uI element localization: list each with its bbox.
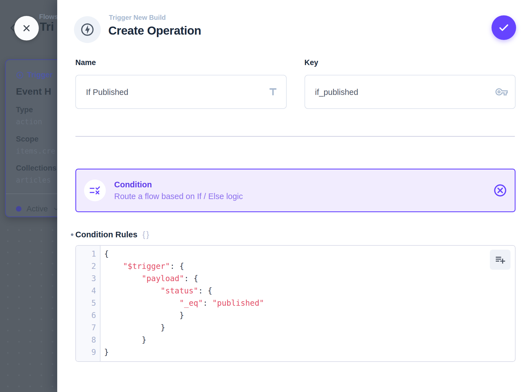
trigger-card-label: Trigger [27, 71, 53, 79]
screen: Flows Tri Trigger Event H Type [0, 0, 532, 392]
chevron-down-icon [53, 205, 57, 212]
flows-page-backdrop: Flows Tri Trigger Event H Type [0, 0, 57, 392]
name-field-label: Name [75, 58, 287, 68]
condition-panel-title: Condition [114, 180, 243, 189]
code-lines[interactable]: { "$trigger": { "payload": { "status": {… [100, 246, 515, 361]
condition-rules-code-editor[interactable]: 123456789 { "$trigger": { "payload": { "… [75, 245, 516, 362]
code-line[interactable]: "payload": { [104, 273, 515, 285]
page-title: Tri [40, 20, 54, 34]
line-number: 3 [76, 273, 100, 285]
close-icon [21, 22, 32, 34]
status-dropdown: Active [16, 204, 57, 213]
key-icon [495, 86, 508, 98]
drawer-title: Create Operation [108, 23, 201, 39]
line-number: 7 [76, 322, 100, 334]
form-row: Name Key [75, 58, 516, 109]
field-value: articles [16, 176, 51, 184]
remove-condition-button[interactable] [493, 183, 507, 198]
edited-indicator-dot [71, 233, 73, 236]
field-label: Type [16, 106, 33, 114]
save-button[interactable] [492, 15, 516, 40]
card-divider [6, 193, 57, 194]
code-gutter: 123456789 [76, 246, 100, 361]
condition-rules-label: Condition Rules [75, 230, 137, 239]
code-line[interactable]: } [104, 322, 515, 334]
status-dot [16, 206, 21, 212]
name-field-group: Name [75, 58, 287, 109]
playlist-add-icon [494, 254, 506, 266]
status-label: Active [27, 204, 48, 213]
code-line[interactable]: } [104, 334, 515, 346]
key-input-wrap [305, 75, 516, 109]
code-line[interactable]: { [104, 248, 515, 260]
rule-icon [89, 184, 101, 197]
rule-icon-circle [84, 180, 106, 201]
bolt-icon [16, 71, 24, 79]
trigger-card-header: Trigger [16, 71, 53, 79]
header-icon-circle [74, 16, 101, 43]
json-type-icon: {} [142, 230, 150, 239]
code-line[interactable]: } [104, 309, 515, 322]
line-number: 4 [76, 285, 100, 297]
line-number: 9 [76, 346, 100, 358]
add-template-value-button[interactable] [490, 250, 511, 270]
code-line[interactable]: "$trigger": { [104, 260, 515, 273]
code-line[interactable]: "_eq": "published" [104, 297, 515, 309]
flow-canvas-dot-grid [0, 221, 57, 392]
create-operation-drawer: Trigger New Build Create Operation Name … [57, 0, 532, 392]
code-line[interactable]: "status": { [104, 285, 515, 297]
close-drawer-button[interactable] [14, 16, 39, 40]
line-number: 5 [76, 297, 100, 309]
trigger-card: Trigger Event H Type action Scope items.… [5, 59, 57, 217]
check-icon [497, 21, 510, 34]
line-number: 8 [76, 334, 100, 346]
section-divider [75, 136, 515, 137]
line-number: 6 [76, 309, 100, 322]
condition-rules-heading: Condition Rules {} [75, 229, 150, 240]
code-line[interactable]: } [104, 346, 515, 358]
cancel-circle-icon [493, 183, 507, 198]
condition-panel-text: Condition Route a flow based on If / Els… [114, 180, 243, 201]
drawer-breadcrumb: Trigger New Build [109, 13, 166, 22]
breadcrumb: Flows [39, 13, 57, 21]
key-field-label: Key [305, 58, 516, 68]
condition-operation-panel[interactable]: Condition Route a flow based on If / Els… [75, 169, 516, 212]
key-input[interactable] [315, 75, 490, 109]
title-icon [267, 86, 279, 98]
field-label: Scope [16, 135, 39, 144]
key-field-group: Key [305, 58, 516, 109]
line-number: 2 [76, 260, 100, 273]
field-value: items.cre [16, 147, 55, 155]
field-value: action [16, 118, 42, 126]
trigger-card-title: Event H [16, 86, 51, 97]
name-input[interactable] [85, 75, 261, 109]
condition-panel-subtitle: Route a flow based on If / Else logic [114, 192, 243, 201]
name-input-wrap [75, 75, 287, 109]
field-label: Collections [16, 164, 57, 173]
bolt-icon [80, 22, 95, 37]
line-number: 1 [76, 248, 100, 260]
